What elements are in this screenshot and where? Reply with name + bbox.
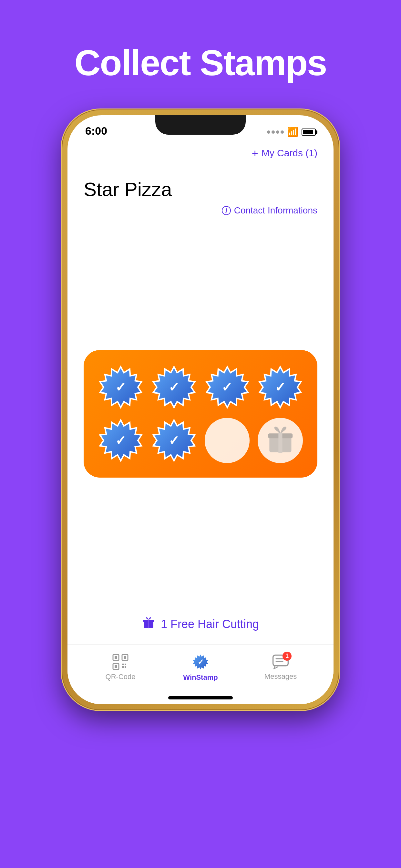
info-icon: i [222, 206, 231, 215]
business-name: Star Pizza [84, 178, 317, 200]
tab-winstamp-label: WinStamp [183, 673, 218, 682]
svg-rect-5 [148, 620, 149, 628]
wifi-icon: 📶 [287, 127, 298, 137]
reward-text: 1 Free Hair Cutting [161, 617, 259, 631]
home-indicator [168, 696, 233, 700]
svg-rect-11 [115, 665, 117, 668]
svg-rect-2 [278, 433, 282, 454]
stamp-check-6: ✓ [168, 433, 180, 448]
winstamp-icon: ✓ [192, 653, 209, 671]
tab-qr-code-label: QR-Code [105, 673, 135, 681]
contact-info-label: Contact Informations [234, 206, 317, 216]
business-section: Star Pizza i Contact Informations [67, 165, 334, 222]
stamp-2: ✓ [151, 365, 197, 410]
stamp-check-1: ✓ [115, 380, 126, 395]
contact-info-button[interactable]: i Contact Informations [84, 206, 317, 216]
my-cards-button[interactable]: + My Cards (1) [252, 147, 317, 159]
stamp-card: ✓ [84, 350, 317, 477]
stamp-check-3: ✓ [221, 380, 233, 395]
stamp-8 [258, 418, 303, 463]
phone-frame: 6:00 📶 + My Cards (1) [62, 110, 339, 710]
status-time: 6:00 [85, 125, 107, 137]
messages-badge: 1 [282, 652, 291, 661]
messages-icon: 1 [272, 654, 289, 670]
page-title: Collect Stamps [74, 42, 327, 84]
stamp-gift-8 [258, 418, 303, 463]
stamp-check-2: ✓ [168, 380, 180, 395]
stamp-card-area: ✓ [67, 222, 334, 606]
stamp-7 [205, 418, 250, 463]
stamp-4: ✓ [258, 365, 303, 410]
svg-rect-13 [125, 663, 126, 665]
status-icons: 📶 [267, 127, 316, 137]
my-cards-label: My Cards (1) [261, 148, 317, 159]
tab-messages[interactable]: 1 Messages [241, 654, 320, 681]
svg-rect-7 [115, 656, 117, 659]
tab-messages-label: Messages [265, 672, 297, 681]
reward-gift-icon [142, 617, 155, 631]
stamp-check-5: ✓ [115, 433, 126, 448]
stamp-grid: ✓ [98, 365, 303, 463]
stamp-3: ✓ [205, 365, 250, 410]
reward-section: 1 Free Hair Cutting [67, 606, 334, 645]
stamp-empty-7 [205, 418, 250, 463]
tab-bar: QR-Code ✓ WinSt [67, 645, 334, 696]
phone-notch [155, 115, 246, 135]
stamp-1: ✓ [98, 365, 143, 410]
signal-icon [267, 130, 284, 134]
svg-rect-12 [122, 663, 124, 665]
nav-bar: + My Cards (1) [67, 141, 334, 165]
battery-icon [302, 128, 316, 135]
svg-rect-9 [124, 656, 126, 659]
stamp-check-4: ✓ [275, 380, 286, 395]
plus-icon: + [252, 147, 258, 159]
svg-rect-15 [125, 666, 126, 668]
stamp-6: ✓ [151, 418, 197, 463]
svg-rect-14 [122, 666, 124, 668]
tab-winstamp[interactable]: ✓ WinStamp [160, 653, 241, 682]
qr-code-icon [112, 654, 128, 670]
tab-qr-code[interactable]: QR-Code [81, 654, 160, 681]
phone-screen: 6:00 📶 + My Cards (1) [67, 115, 334, 704]
svg-text:✓: ✓ [197, 658, 204, 666]
stamp-5: ✓ [98, 418, 143, 463]
